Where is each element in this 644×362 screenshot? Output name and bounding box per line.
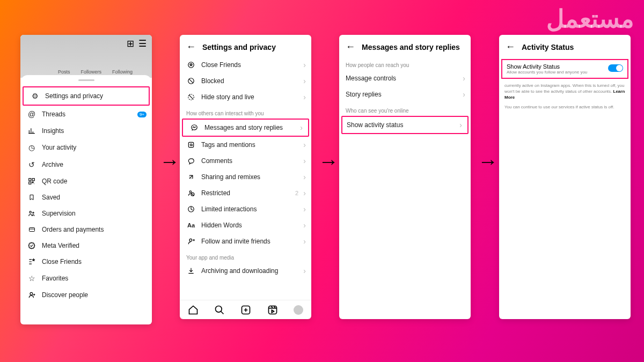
chevron-right-icon: › <box>303 205 306 213</box>
row-label: Story replies <box>346 91 382 98</box>
row-label: Limited interactions <box>201 205 257 213</box>
arrow-3: → <box>478 150 498 173</box>
row-comments[interactable]: Comments› <box>180 153 311 169</box>
archive-icon: ↺ <box>27 160 36 169</box>
menu-insights[interactable]: Insights <box>20 123 152 139</box>
row-sharing-remixes[interactable]: Sharing and remixes› <box>180 169 311 185</box>
row-blocked[interactable]: Blocked› <box>180 73 311 89</box>
chevron-right-icon: › <box>463 74 465 83</box>
menu-close-friends[interactable]: Close Friends <box>20 254 152 270</box>
profile-topbar: ⊞ ☰ Posts Followers Following <box>20 35 152 78</box>
arrow-1: → <box>159 150 180 173</box>
create-icon[interactable] <box>240 305 251 315</box>
row-hide-story[interactable]: Hide story and live› <box>180 89 311 105</box>
menu-item-label: Settings and privacy <box>45 92 103 100</box>
star-circle-icon <box>186 61 196 69</box>
follow-icon <box>186 238 196 245</box>
comment-icon <box>186 157 196 165</box>
menu-favorites[interactable]: ☆ Favorites <box>20 270 152 287</box>
menu-item-label: Saved <box>42 194 60 201</box>
row-hidden-words[interactable]: Aa Hidden Words› <box>180 217 311 233</box>
menu-settings-privacy[interactable]: ⚙ Settings and privacy <box>23 86 150 106</box>
screen-settings-privacy: ← Settings and privacy Close Friends› Bl… <box>180 35 311 319</box>
supervision-icon <box>27 210 36 217</box>
svg-point-15 <box>189 239 192 241</box>
add-person-icon <box>27 291 36 299</box>
row-restricted[interactable]: Restricted 2 › <box>180 185 311 201</box>
menu-item-label: Insights <box>42 127 64 135</box>
row-show-activity-status-toggle[interactable]: Show Activity Status Allow accounts you … <box>501 59 628 79</box>
profile-icon[interactable] <box>294 305 303 315</box>
chevron-right-icon: › <box>303 157 306 165</box>
menu-threads[interactable]: @ Threads 9+ <box>20 106 152 123</box>
bottom-nav <box>180 300 311 319</box>
row-message-controls[interactable]: Message controls› <box>339 70 471 86</box>
chevron-right-icon: › <box>303 189 306 197</box>
chevron-right-icon: › <box>303 93 306 101</box>
row-label: Tags and mentions <box>201 141 255 149</box>
star-icon: ☆ <box>27 274 36 283</box>
row-story-replies[interactable]: Story replies› <box>339 86 471 102</box>
menu-saved[interactable]: Saved <box>20 189 152 205</box>
row-label: Hide story and live <box>201 93 254 101</box>
screen-profile-menu: ⊞ ☰ Posts Followers Following ⚙ Settings… <box>20 35 152 324</box>
sheet-grabber[interactable] <box>78 79 94 81</box>
chevron-right-icon: › <box>303 267 306 275</box>
menu-supervision[interactable]: Supervision <box>20 205 152 221</box>
back-icon[interactable]: ← <box>186 41 196 53</box>
svg-rect-5 <box>29 228 34 232</box>
row-label: Blocked <box>201 77 224 85</box>
menu-qr-code[interactable]: QR code <box>20 173 152 189</box>
row-close-friends[interactable]: Close Friends› <box>180 57 311 73</box>
search-icon[interactable] <box>214 305 225 315</box>
blocked-icon <box>186 77 196 85</box>
menu-item-label: Supervision <box>42 210 76 217</box>
back-icon[interactable]: ← <box>506 41 515 53</box>
row-archiving-downloading[interactable]: Archiving and downloading› <box>180 263 311 279</box>
verified-icon <box>27 242 36 249</box>
menu-item-label: Close Friends <box>42 258 82 265</box>
following-tab: Following <box>112 69 133 75</box>
menu-item-label: QR code <box>42 178 67 185</box>
svg-point-12 <box>189 191 192 193</box>
menu-item-label: Archive <box>42 161 63 168</box>
menu-archive[interactable]: ↺ Archive <box>20 156 152 173</box>
menu-icon[interactable]: ☰ <box>138 38 147 49</box>
aa-icon: Aa <box>186 222 196 228</box>
card-icon <box>27 226 36 233</box>
bottom-sheet: ⚙ Settings and privacy @ Threads 9+ Insi… <box>20 75 152 303</box>
row-tags-mentions[interactable]: Tags and mentions› <box>180 137 311 153</box>
menu-orders-payments[interactable]: Orders and payments <box>20 221 152 238</box>
row-label: Message controls <box>346 75 396 82</box>
at-icon <box>186 141 196 149</box>
row-label: Sharing and remixes <box>201 173 260 181</box>
reels-icon[interactable] <box>267 305 278 315</box>
svg-point-16 <box>216 306 222 312</box>
menu-meta-verified[interactable]: Meta Verified <box>20 238 152 254</box>
create-icon[interactable]: ⊞ <box>127 38 134 49</box>
page-title: Activity Status <box>522 43 574 51</box>
chevron-right-icon: › <box>300 123 303 132</box>
home-icon[interactable] <box>188 305 199 315</box>
threads-icon: @ <box>27 110 36 119</box>
svg-point-4 <box>33 212 34 213</box>
row-follow-invite[interactable]: Follow and invite friends› <box>180 233 311 249</box>
messenger-icon <box>189 124 199 131</box>
arrow-2: → <box>318 150 339 173</box>
chevron-right-icon: › <box>303 173 306 181</box>
chevron-right-icon: › <box>303 141 306 149</box>
star-list-icon <box>27 258 36 265</box>
menu-item-label: Favorites <box>42 275 68 282</box>
menu-item-label: Threads <box>42 110 65 118</box>
menu-your-activity[interactable]: ◷ Your activity <box>20 139 152 156</box>
back-icon[interactable]: ← <box>346 41 355 53</box>
menu-discover-people[interactable]: Discover people <box>20 287 152 303</box>
row-show-activity-status[interactable]: Show activity status› <box>341 116 469 134</box>
row-label: Restricted <box>201 189 230 197</box>
chevron-right-icon: › <box>303 221 306 230</box>
row-limited-interactions[interactable]: Limited interactions› <box>180 201 311 217</box>
toggle-switch[interactable] <box>608 64 623 72</box>
row-messages-story-replies[interactable]: Messages and story replies› <box>182 119 309 137</box>
row-label: Show activity status <box>347 121 403 129</box>
limit-icon <box>186 205 196 213</box>
